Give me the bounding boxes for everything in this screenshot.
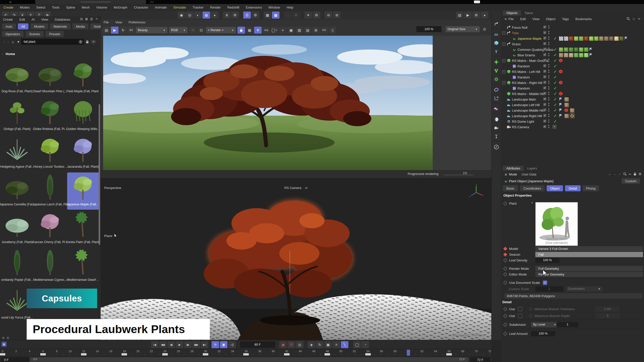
menu-mograph[interactable]: MoGraph (114, 6, 127, 9)
attr-tab-object[interactable]: Object (547, 185, 563, 191)
annotation-flag-icon[interactable] (624, 36, 628, 41)
record-keyframe-icon[interactable]: ◉ (279, 341, 287, 348)
visibility-dots[interactable] (548, 31, 549, 34)
render-view-snowflake-g[interactable]: ✳G (262, 27, 270, 34)
material-swatch[interactable] (584, 36, 589, 41)
attr-tab-coordinates[interactable]: Coordinates (520, 185, 545, 191)
edit-tag-icon[interactable] (543, 70, 546, 74)
filter-operators[interactable]: Operators (2, 31, 24, 37)
edit-tag-icon[interactable] (543, 81, 546, 85)
transport-1[interactable]: ◀◆ (159, 341, 167, 348)
key-position-icon[interactable]: ◈ (308, 341, 315, 348)
keyframe-selection-icon[interactable]: ◎ (296, 341, 303, 348)
filter-media[interactable]: Media (72, 23, 88, 29)
render-view-stripes[interactable]: ▨ (296, 27, 303, 34)
asset-menu-databases[interactable]: Databases (55, 18, 70, 21)
redshift-tag-icon[interactable] (564, 108, 568, 113)
material-swatch[interactable] (574, 53, 579, 58)
enabled-check[interactable]: ✓ (553, 53, 558, 57)
visibility-dots[interactable] (548, 75, 549, 78)
tool-add-null-icon[interactable] (493, 20, 500, 28)
tool-camera-object-icon[interactable] (493, 124, 500, 132)
material-swatch[interactable] (559, 36, 564, 41)
visibility-dots[interactable] (548, 125, 549, 128)
object-row[interactable]: −RS Matrix - Left Hill✓ (501, 69, 644, 74)
asset-item[interactable]: Honey Locust 'Sunbur... (34, 135, 66, 172)
end-frame-field[interactable]: 72 F (470, 357, 490, 362)
toolbar-cloth-surface-icon[interactable]: ◕ (211, 12, 218, 19)
toolbar-cloth-icon[interactable]: ✶ (304, 12, 312, 19)
visibility-dots[interactable] (548, 70, 549, 73)
start-frame-field[interactable]: 0 F (1, 357, 29, 362)
toolbar-field-force-settings-icon[interactable]: ⚙ (252, 12, 259, 19)
object-row[interactable]: RS Camera (501, 124, 644, 130)
visibility-dots[interactable] (548, 42, 549, 45)
material-swatch[interactable] (569, 53, 574, 58)
keyframe-marker[interactable] (203, 353, 208, 355)
visibility-dots[interactable] (548, 86, 549, 89)
material-swatch[interactable] (579, 36, 584, 41)
editor-mode-dropdown[interactable]: Render Geometry (535, 272, 643, 277)
back-arrow-icon[interactable]: ‹ (2, 40, 6, 44)
object-row[interactable]: Landscape Left Hill✓ (501, 102, 644, 108)
enabled-check[interactable]: ✓ (553, 64, 558, 68)
menu-render[interactable]: Render (210, 6, 221, 9)
motion-b-icon[interactable]: ◔ (361, 341, 369, 348)
attr-gear-icon[interactable]: ⚙ (637, 172, 642, 176)
folder-icon[interactable]: ▣ (6, 336, 10, 339)
asset-menu-edit[interactable]: Edit (19, 18, 25, 21)
edit-tag-icon[interactable] (543, 48, 546, 52)
object-row[interactable]: −RS Matrix - Right Hill✓ (501, 80, 644, 85)
enabled-check[interactable]: ✓ (553, 69, 558, 74)
home-icon[interactable]: ⌂ (10, 40, 16, 44)
object-manager-tab-objects[interactable]: Objects (503, 10, 521, 16)
render-view-grid[interactable]: ▦ (246, 27, 253, 34)
menu-tools[interactable]: Tools (52, 6, 59, 9)
attr-lock-icon[interactable] (632, 172, 637, 176)
redshift-tag-icon[interactable] (559, 80, 563, 85)
annotation-flag-icon[interactable] (559, 103, 562, 107)
edit-tag-icon[interactable] (543, 36, 546, 40)
asset-window-icon-0[interactable]: ▤ (79, 17, 84, 21)
sound-icon[interactable]: ◁) (228, 341, 236, 348)
toolbar-collider-icon[interactable]: ◍ (203, 12, 210, 19)
om-menu-edit[interactable]: Edit (520, 17, 526, 21)
object-row[interactable]: Japanese Maple✓ (501, 36, 644, 41)
zoom-input[interactable]: 100 % (416, 26, 441, 32)
menu-tracker[interactable]: Tracker (192, 6, 204, 9)
toolbar-render-settings-icon[interactable]: ⚙ (472, 12, 480, 19)
annotation-flag-icon[interactable] (559, 108, 562, 113)
asset-item[interactable]: Dog-Rose (Fall, Plant) (1, 59, 33, 97)
plant-expand-arrow[interactable]: › (532, 201, 533, 204)
visibility-dots[interactable] (548, 64, 549, 67)
asset-item[interactable]: Japanese Larch (Fall, Pl... (34, 172, 66, 210)
toolbar-grid-b-icon[interactable]: ▦ (272, 12, 279, 19)
search-input[interactable]: fall plant × (21, 39, 84, 45)
toolbar-constraint-b-icon[interactable]: ⊚ (333, 12, 341, 19)
enabled-check[interactable]: ✓ (553, 86, 558, 90)
timeline-ruler[interactable]: 0246810121416182022242628303234363840424… (0, 349, 491, 357)
annotation-flag-icon[interactable] (589, 47, 593, 52)
asset-window-icon-1[interactable]: ▣ (84, 17, 89, 21)
keyframe-marker[interactable] (284, 353, 290, 355)
redshift-tag-icon[interactable] (559, 92, 563, 97)
ai-sparkle-icon[interactable]: ✦ (16, 40, 21, 44)
asset-item[interactable]: Hedgehog Agave (Fall... (1, 135, 33, 172)
loop-icon[interactable]: ↻ (212, 341, 219, 348)
key-scale-icon[interactable]: ▣ (324, 341, 332, 348)
menu-mesh[interactable]: Mesh (82, 6, 90, 9)
menu-modes[interactable]: Modes (20, 6, 30, 9)
material-swatch[interactable] (564, 47, 569, 52)
material-swatch[interactable] (594, 36, 599, 41)
asset-scrollbar[interactable] (99, 104, 100, 245)
material-swatch[interactable] (564, 114, 569, 118)
object-row[interactable]: Blue Grama✓ (501, 52, 644, 58)
keyframe-marker[interactable] (446, 353, 452, 355)
filter-scenes[interactable]: Scenes (26, 31, 44, 37)
edit-tag-icon[interactable] (543, 92, 546, 96)
expander-icon[interactable]: − (502, 70, 505, 73)
asset-item[interactable]: Kentia Palm (Fall, Plant) (67, 210, 99, 247)
asset-item[interactable]: Mediterranean Dwarf ... (67, 248, 99, 285)
forward-arrow-icon[interactable]: › (6, 40, 10, 44)
keyframe-marker[interactable] (81, 353, 87, 355)
